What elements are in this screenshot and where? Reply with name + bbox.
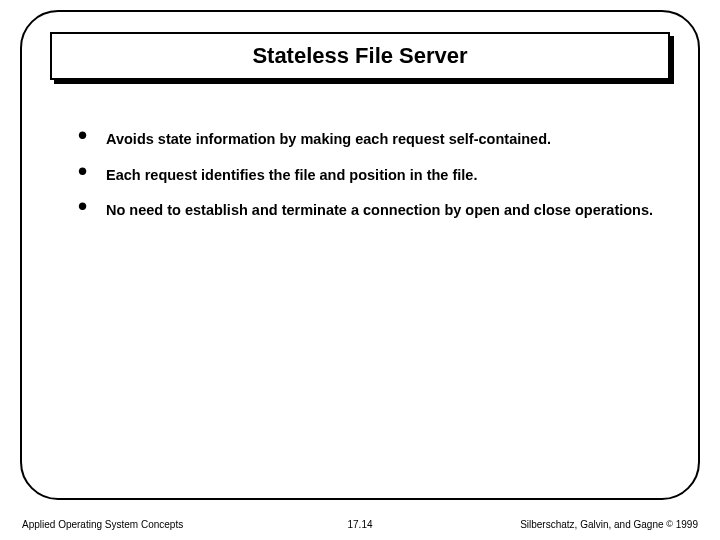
footer-center: 17.14 — [347, 519, 372, 530]
bullet-text: No need to establish and terminate a con… — [106, 199, 653, 221]
footer-right-suffix: 1999 — [673, 519, 698, 530]
bullet-icon: • — [78, 128, 106, 142]
list-item: • Avoids state information by making eac… — [78, 128, 658, 150]
footer-right-prefix: Silberschatz, Galvin, and Gagne — [520, 519, 666, 530]
list-item: • No need to establish and terminate a c… — [78, 199, 658, 221]
footer-left: Applied Operating System Concepts — [22, 519, 183, 530]
bullet-text: Avoids state information by making each … — [106, 128, 551, 150]
list-item: • Each request identifies the file and p… — [78, 164, 658, 186]
slide: Stateless File Server • Avoids state inf… — [0, 0, 720, 540]
slide-title: Stateless File Server — [252, 43, 467, 69]
bullet-icon: • — [78, 199, 106, 213]
title-box: Stateless File Server — [50, 32, 670, 80]
bullet-icon: • — [78, 164, 106, 178]
bullet-text: Each request identifies the file and pos… — [106, 164, 477, 186]
footer-right: Silberschatz, Galvin, and Gagne © 1999 — [520, 519, 698, 530]
footer: Applied Operating System Concepts 17.14 … — [0, 519, 720, 530]
copyright-icon: © — [666, 519, 673, 529]
content-area: • Avoids state information by making eac… — [78, 128, 658, 235]
